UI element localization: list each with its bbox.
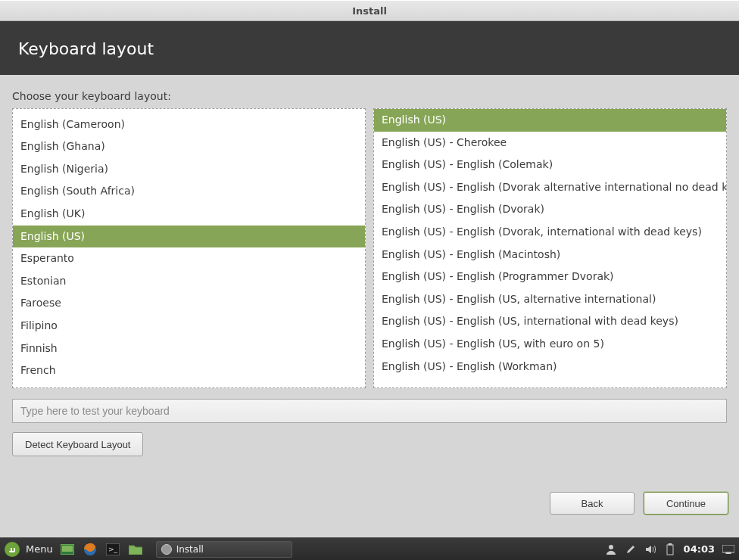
detect-keyboard-button[interactable]: Detect Keyboard Layout: [12, 432, 143, 456]
svg-rect-7: [669, 543, 672, 545]
firefox-icon[interactable]: [82, 541, 98, 558]
battery-icon[interactable]: [664, 543, 676, 555]
taskbar-left: Menu >_ Install: [5, 541, 292, 558]
layout-primary-item[interactable]: English (Nigeria): [13, 158, 365, 181]
keyboard-test-input[interactable]: [12, 399, 727, 423]
svg-rect-1: [62, 546, 73, 552]
desktop-switcher-icon[interactable]: [722, 543, 734, 555]
layout-primary-item[interactable]: English (South Africa): [13, 180, 365, 203]
layout-primary-item[interactable]: Esperanto: [13, 247, 365, 270]
volume-icon[interactable]: [644, 543, 656, 555]
layout-variant-item[interactable]: English (US) - English (Programmer Dvora…: [374, 266, 726, 288]
layout-variant-item[interactable]: English (US) - English (Macintosh): [374, 244, 726, 266]
layout-variant-item[interactable]: English (US) - English (US, with euro on…: [374, 333, 726, 356]
layout-primary-item[interactable]: Filipino: [13, 315, 365, 338]
menu-button[interactable]: Menu: [26, 543, 53, 555]
layout-primary-item[interactable]: English (UK): [13, 203, 365, 226]
edit-icon[interactable]: [625, 543, 637, 555]
layout-primary-item[interactable]: English (US): [13, 226, 365, 248]
prompt-label: Choose your keyboard layout:: [12, 90, 727, 102]
layout-variant-item[interactable]: English (US) - English (Dvorak): [374, 198, 726, 221]
svg-text:>_: >_: [108, 546, 118, 553]
taskbar: Menu >_ Install 04:03: [0, 537, 739, 560]
page-title: Keyboard layout: [18, 39, 154, 58]
svg-rect-6: [667, 545, 673, 555]
task-label: Install: [176, 544, 204, 555]
clock[interactable]: 04:03: [684, 543, 715, 555]
show-desktop-icon[interactable]: [59, 541, 76, 558]
layout-primary-item[interactable]: Finnish: [13, 338, 365, 360]
layout-lists-row: DzongkhaEnglish (Cameroon)English (Ghana…: [12, 108, 727, 388]
taskbar-task-install[interactable]: Install: [156, 541, 292, 558]
layout-variant-item[interactable]: English (US) - English (US, alternative …: [374, 288, 726, 311]
window-titlebar: Install: [0, 0, 739, 21]
svg-rect-8: [722, 545, 734, 552]
mint-logo-icon[interactable]: [5, 542, 20, 557]
continue-button[interactable]: Continue: [644, 492, 728, 515]
window-title: Install: [352, 5, 387, 17]
layout-primary-item[interactable]: Estonian: [13, 270, 365, 293]
svg-rect-9: [726, 552, 731, 554]
layout-primary-item[interactable]: English (Cameroon): [13, 114, 365, 136]
layout-primary-item[interactable]: French: [13, 359, 365, 382]
layout-variant-item[interactable]: English (US): [374, 109, 726, 132]
task-app-icon: [161, 544, 172, 555]
layout-variant-item[interactable]: English (US) - Cherokee: [374, 132, 726, 154]
layout-primary-item[interactable]: Dzongkha: [13, 108, 365, 114]
taskbar-right: 04:03: [605, 543, 734, 555]
nav-buttons: Back Continue: [550, 492, 728, 515]
user-icon[interactable]: [605, 543, 617, 555]
layout-variant-item[interactable]: English (US) - English (Dvorak alternati…: [374, 176, 726, 199]
terminal-icon[interactable]: >_: [104, 541, 121, 558]
layout-variant-item[interactable]: English (US) - English (Dvorak, internat…: [374, 221, 726, 244]
layout-primary-item[interactable]: English (Ghana): [13, 135, 365, 158]
layout-variant-item[interactable]: English (US) - English (Workman): [374, 356, 726, 378]
svg-point-5: [609, 545, 613, 549]
page-header: Keyboard layout: [0, 21, 739, 75]
back-button[interactable]: Back: [550, 492, 635, 515]
layout-variant-item[interactable]: English (US) - English (Colemak): [374, 154, 726, 176]
main-content: Choose your keyboard layout: DzongkhaEng…: [0, 75, 739, 456]
files-icon[interactable]: [127, 541, 144, 558]
layout-list-primary[interactable]: DzongkhaEnglish (Cameroon)English (Ghana…: [12, 108, 366, 388]
layout-variant-item[interactable]: English (US) - English (US, internationa…: [374, 310, 726, 333]
layout-list-variant[interactable]: English (US)English (US) - CherokeeEngli…: [373, 108, 727, 388]
layout-primary-item[interactable]: Faroese: [13, 292, 365, 315]
